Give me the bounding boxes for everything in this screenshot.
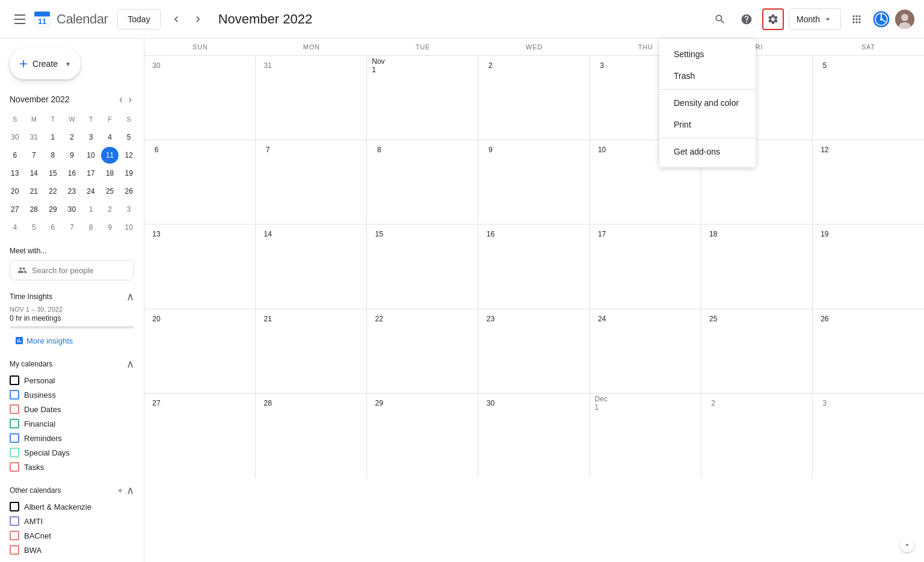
create-button[interactable]: + Create ▼ (10, 48, 81, 79)
search-people-field[interactable]: Search for people (10, 260, 134, 280)
mini-cal-day[interactable]: 20 (6, 183, 24, 200)
mini-cal-day[interactable]: 7 (63, 219, 81, 236)
calendar-day-cell[interactable]: 2 (478, 56, 590, 140)
calendar-day-cell[interactable]: 25 (701, 309, 813, 393)
scroll-to-bottom-button[interactable] (900, 538, 914, 552)
calendar-checkbox[interactable] (10, 404, 19, 414)
mini-cal-prev[interactable]: ‹ (117, 91, 125, 107)
calendar-day-number[interactable]: 12 (818, 143, 832, 157)
mini-cal-day[interactable]: 14 (25, 165, 43, 182)
calendar-day-number[interactable]: 14 (260, 227, 275, 241)
calendar-day-cell[interactable]: 20 (144, 309, 256, 393)
settings-menu-item-trash[interactable]: Trash (659, 65, 756, 87)
mini-cal-day[interactable]: 12 (120, 147, 138, 164)
mini-cal-day[interactable]: 4 (101, 129, 119, 146)
my-calendar-item[interactable]: Special Days (10, 445, 134, 460)
mini-cal-day[interactable]: 6 (44, 219, 62, 236)
mini-cal-day[interactable]: 23 (63, 183, 81, 200)
view-mode-dropdown[interactable]: Month (789, 8, 841, 30)
mini-cal-day[interactable]: 21 (25, 183, 43, 200)
calendar-day-number[interactable]: 29 (372, 396, 386, 410)
calendar-day-cell[interactable]: 16 (478, 224, 590, 308)
more-insights-button[interactable]: More insights (10, 333, 78, 348)
calendar-day-number[interactable]: 16 (483, 227, 497, 241)
other-calendar-item[interactable]: BACnet (10, 528, 134, 543)
mini-cal-day[interactable]: 1 (82, 201, 100, 218)
prev-month-button[interactable] (165, 8, 187, 30)
calendar-day-number[interactable]: Dec 1 (595, 396, 609, 410)
calendar-checkbox[interactable] (10, 375, 19, 385)
calendar-checkbox[interactable] (10, 516, 19, 526)
calendar-day-cell[interactable]: 22 (367, 309, 478, 393)
calendar-day-number[interactable]: 31 (260, 58, 275, 73)
calendar-day-cell[interactable]: 26 (813, 309, 924, 393)
mini-cal-day[interactable]: 30 (6, 129, 24, 146)
mini-cal-day[interactable]: 2 (101, 201, 119, 218)
calendar-day-cell[interactable]: 31 (256, 56, 367, 140)
calendar-day-number[interactable]: 3 (595, 58, 609, 73)
calendar-day-cell[interactable]: 2 (701, 394, 813, 478)
mini-cal-day[interactable]: 31 (25, 129, 43, 146)
mini-cal-day[interactable]: 8 (44, 147, 62, 164)
calendar-day-cell[interactable]: Nov 1 (367, 56, 478, 140)
mini-cal-day[interactable]: 15 (44, 165, 62, 182)
calendar-day-cell[interactable]: 13 (144, 224, 256, 308)
calendar-day-cell[interactable]: 29 (367, 394, 478, 478)
calendar-day-number[interactable]: 2 (483, 58, 497, 73)
calendar-day-cell[interactable]: 15 (367, 224, 478, 308)
calendar-checkbox[interactable] (10, 433, 19, 443)
mini-cal-day[interactable]: 5 (25, 219, 43, 236)
calendar-day-number[interactable]: 18 (706, 227, 721, 241)
calendar-day-number[interactable]: Nov 1 (372, 58, 386, 73)
mini-cal-day[interactable]: 28 (25, 201, 43, 218)
calendar-day-cell[interactable]: 6 (144, 140, 256, 224)
my-calendars-header[interactable]: My calendars ∧ (10, 357, 134, 371)
mini-cal-day[interactable]: 3 (82, 129, 100, 146)
calendar-day-cell[interactable]: 8 (367, 140, 478, 224)
other-calendars-add[interactable]: + (116, 484, 125, 496)
calendar-checkbox[interactable] (10, 448, 19, 457)
google-apps-button[interactable] (846, 8, 867, 30)
settings-menu-item-print[interactable]: Print (659, 114, 756, 135)
calendar-day-cell[interactable]: 30 (478, 394, 590, 478)
calendar-day-cell[interactable]: 18 (701, 224, 813, 308)
mini-cal-day[interactable]: 9 (63, 147, 81, 164)
calendar-day-number[interactable]: 8 (372, 143, 386, 157)
calendar-day-number[interactable]: 6 (149, 143, 164, 157)
today-button[interactable]: Today (117, 9, 160, 29)
calendar-day-number[interactable]: 17 (595, 227, 609, 241)
mini-cal-day[interactable]: 7 (25, 147, 43, 164)
calendar-day-number[interactable]: 30 (483, 396, 497, 410)
mini-cal-day[interactable]: 18 (101, 165, 119, 182)
other-calendar-item[interactable]: BWA (10, 543, 134, 557)
calendar-day-number[interactable]: 21 (260, 312, 275, 326)
calendar-day-cell[interactable]: 5 (813, 56, 924, 140)
mini-cal-day[interactable]: 3 (120, 201, 138, 218)
calendar-checkbox[interactable] (10, 390, 19, 400)
next-month-button[interactable] (187, 8, 209, 30)
calendar-day-number[interactable]: 7 (260, 143, 275, 157)
calendar-day-number[interactable]: 22 (372, 312, 386, 326)
calendar-day-cell[interactable]: 14 (256, 224, 367, 308)
mini-cal-day[interactable]: 27 (6, 201, 24, 218)
calendar-day-cell[interactable]: 28 (256, 394, 367, 478)
mini-cal-day[interactable]: 29 (44, 201, 62, 218)
settings-menu-item-addons[interactable]: Get add-ons (659, 141, 756, 162)
other-calendar-item[interactable]: AMTI (10, 514, 134, 528)
calendar-day-number[interactable]: 5 (818, 58, 832, 73)
help-button[interactable] (736, 8, 757, 30)
calendar-day-cell[interactable]: 23 (478, 309, 590, 393)
calendar-day-number[interactable]: 15 (372, 227, 386, 241)
settings-menu-item-settings[interactable]: Settings (659, 43, 756, 65)
mini-cal-day[interactable]: 26 (120, 183, 138, 200)
my-calendar-item[interactable]: Personal (10, 373, 134, 388)
calendar-day-cell[interactable]: 9 (478, 140, 590, 224)
settings-button[interactable] (762, 8, 784, 30)
calendar-day-cell[interactable]: 17 (590, 224, 701, 308)
calendar-day-cell[interactable]: 30 (144, 56, 256, 140)
other-calendars-collapse[interactable]: ∧ (126, 484, 134, 497)
mini-cal-day[interactable]: 25 (101, 183, 119, 200)
calendar-day-number[interactable]: 19 (818, 227, 832, 241)
calendar-checkbox[interactable] (10, 502, 19, 511)
calendar-day-cell[interactable]: Dec 1 (590, 394, 701, 478)
